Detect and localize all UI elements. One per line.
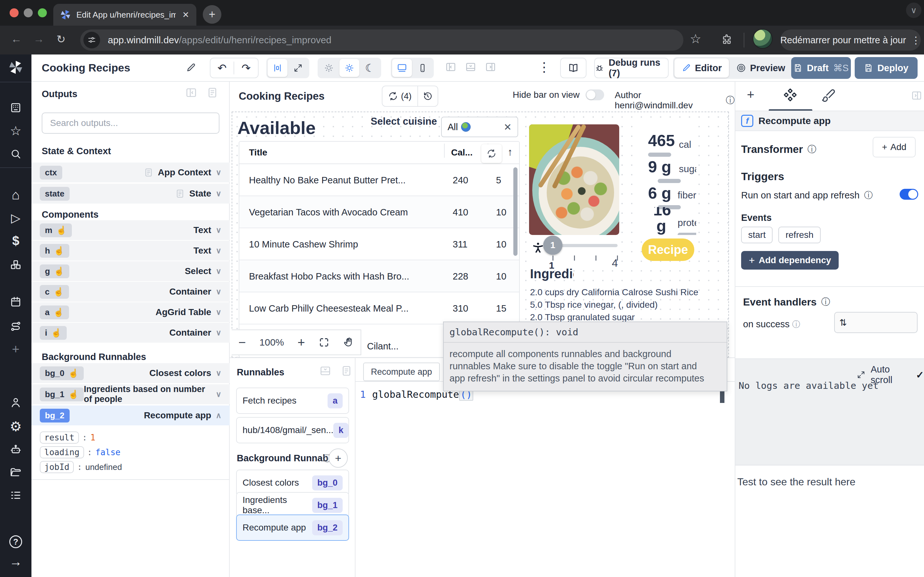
on-success-select[interactable]: ⇅	[834, 312, 918, 333]
chevron-up-icon[interactable]: ∧	[216, 411, 221, 420]
mobile-view-button[interactable]	[413, 59, 433, 77]
collapse-right-panel-icon[interactable]	[911, 90, 922, 101]
chevron-down-icon[interactable]: ∨	[216, 369, 221, 378]
table-row[interactable]: 10 Minute Cashew Shrimp31110	[239, 228, 519, 260]
rail-flows-icon[interactable]	[9, 319, 23, 334]
theme-dark-moon-icon[interactable]: ☾	[360, 59, 380, 77]
new-tab-button[interactable]: +	[203, 5, 221, 24]
doc-panel-icon[interactable]	[341, 365, 352, 377]
back-icon[interactable]: ←	[11, 33, 22, 45]
table-row[interactable]: Vegetarian Tacos with Avocado Cream41010	[239, 196, 519, 228]
site-settings-icon[interactable]	[83, 32, 100, 48]
chevron-down-icon[interactable]: ∨	[216, 189, 221, 198]
browser-tab[interactable]: Edit App u/henri/recipes_impr ✕	[53, 4, 196, 26]
recipe-button[interactable]: Recipe	[642, 239, 694, 261]
reload-icon[interactable]: ↻	[57, 33, 66, 45]
code-content[interactable]: 1 globalRecompute()	[355, 382, 735, 577]
deploy-button[interactable]: Deploy	[855, 57, 918, 79]
chevron-down-icon[interactable]: ∨	[216, 267, 221, 276]
settings-tab-components-icon[interactable]	[783, 87, 798, 102]
chevron-down-icon[interactable]: ∨	[216, 308, 221, 317]
info-icon[interactable]: ⓘ	[808, 143, 817, 155]
add-dependency-button[interactable]: + Add dependency	[741, 251, 838, 269]
search-outputs-input[interactable]	[42, 113, 220, 134]
rail-logs-icon[interactable]	[9, 488, 23, 502]
runnable-bg2-selected[interactable]: Recompute app bg_2	[236, 514, 349, 541]
desktop-view-button[interactable]	[392, 59, 412, 77]
rail-variables-icon[interactable]: $	[9, 234, 23, 248]
theme-auto-sun-icon[interactable]	[319, 59, 339, 77]
component-row[interactable]: g☝ Select∨	[31, 261, 230, 281]
toggle-right-panel-icon[interactable]	[485, 61, 496, 73]
check-icon[interactable]: ✓	[916, 369, 924, 380]
component-row[interactable]: i☝ Container∨	[31, 323, 230, 343]
add-transformer-button[interactable]: +Add	[873, 137, 916, 157]
background-row-bg0[interactable]: bg_0☝ Closest colors∨	[31, 363, 230, 383]
center-layout-button[interactable]	[268, 59, 288, 77]
chevron-down-icon[interactable]: ∨	[216, 226, 221, 235]
rail-add-icon[interactable]: +	[9, 342, 23, 356]
profile-avatar[interactable]	[753, 29, 772, 49]
more-options-kebab-icon[interactable]: ⋮	[538, 60, 551, 74]
toggle-bottom-panel-icon[interactable]	[465, 61, 476, 73]
zoom-out-icon[interactable]: −	[238, 335, 246, 350]
traffic-close-button[interactable]	[10, 8, 19, 17]
forward-icon[interactable]: →	[33, 33, 44, 45]
chevron-down-icon[interactable]: ∨	[216, 287, 221, 296]
doc-panel-icon[interactable]	[207, 87, 218, 98]
rail-folders-icon[interactable]	[9, 465, 23, 479]
col-title[interactable]: Title	[249, 147, 267, 158]
table-scrollbar[interactable]	[513, 167, 517, 256]
rail-favorites-icon[interactable]: ☆	[9, 124, 23, 138]
rail-runs-icon[interactable]: ▷	[9, 211, 23, 225]
zoom-in-icon[interactable]: +	[297, 335, 305, 350]
bookmark-star-icon[interactable]: ☆	[690, 31, 701, 46]
info-icon[interactable]: ⓘ	[864, 189, 873, 201]
browser-menu-kebab-icon[interactable]: ⋮	[911, 35, 921, 46]
undo-button[interactable]: ↶	[210, 61, 234, 74]
traffic-minimize-button[interactable]	[24, 8, 33, 17]
traffic-zoom-button[interactable]	[38, 8, 47, 17]
run-on-start-toggle[interactable]	[900, 189, 918, 200]
editor-tab[interactable]: Editor	[674, 58, 729, 77]
slider-handle[interactable]: 1	[543, 235, 562, 255]
rename-app-pencil-icon[interactable]	[186, 62, 196, 73]
info-icon[interactable]: ⓘ	[726, 94, 735, 106]
hide-bar-toggle[interactable]	[586, 89, 604, 100]
table-row[interactable]: Low Carb Philly Cheesesteak Meal P...310…	[239, 292, 519, 324]
chevron-down-icon[interactable]: ∨	[216, 246, 221, 255]
chevron-down-icon[interactable]: ∨	[216, 390, 221, 399]
background-row-bg2-selected[interactable]: bg_2 Recompute app∧	[31, 406, 230, 425]
toggle-left-panel-icon[interactable]	[445, 61, 456, 73]
chevron-down-icon[interactable]: ∨	[216, 328, 221, 337]
runnable-gmail[interactable]: hub/1408/gmail/_sen... k	[236, 417, 349, 443]
info-icon[interactable]: ⓘ	[821, 296, 830, 308]
rail-home-icon[interactable]: ⌂	[9, 188, 23, 202]
component-row[interactable]: m☝ Text∨	[31, 220, 230, 240]
component-row[interactable]: c☝ Container∨	[31, 282, 230, 301]
expand-logs-icon[interactable]	[857, 370, 866, 380]
redo-button[interactable]: ↷	[234, 61, 258, 74]
pan-hand-icon[interactable]	[343, 337, 354, 348]
rail-settings-icon[interactable]: ⚙	[9, 419, 23, 434]
refresh-history-button[interactable]	[418, 86, 438, 106]
refresh-app-button[interactable]: (4)	[383, 86, 418, 106]
url-bar[interactable]: app.windmill.dev/apps/edit/u/henri/recip…	[80, 29, 683, 51]
rail-ai-icon[interactable]	[9, 443, 23, 457]
clear-select-icon[interactable]: ✕	[504, 121, 512, 133]
component-row[interactable]: h☝ Text∨	[31, 241, 230, 261]
insert-tab-plus-icon[interactable]: +	[747, 87, 754, 102]
rail-user-icon[interactable]	[9, 396, 23, 410]
preview-tab[interactable]: Preview	[729, 58, 792, 77]
rail-schedules-icon[interactable]	[9, 295, 23, 309]
col-cal[interactable]: Cal...	[451, 147, 473, 158]
rail-collapse-icon[interactable]: →	[9, 554, 23, 569]
extensions-icon[interactable]	[720, 33, 732, 45]
draft-button[interactable]: Draft ⌘S	[791, 57, 851, 79]
fit-view-icon[interactable]	[318, 337, 330, 348]
output-row-ctx[interactable]: ctx App Context ∨	[31, 163, 230, 182]
table-refresh-button[interactable]	[481, 144, 502, 163]
expand-layout-button[interactable]	[288, 59, 308, 77]
add-background-runnable-button[interactable]: +	[328, 448, 348, 468]
background-row-bg1[interactable]: bg_1☝ Ingredients based on number of peo…	[31, 384, 230, 404]
